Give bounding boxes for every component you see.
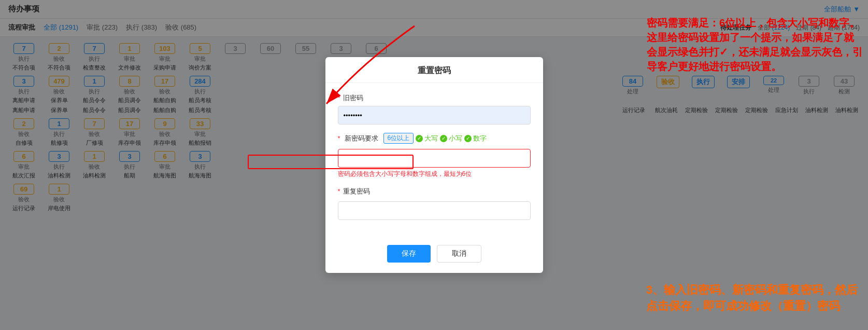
req-number: ✓ 数字 <box>464 134 487 143</box>
new-password-error: 密码必须包含大小写字母和数字组成，最短为6位 <box>338 170 531 178</box>
save-button[interactable]: 保存 <box>387 245 431 263</box>
dialog-title: 重置密码 <box>325 57 543 83</box>
old-password-label: * 旧密码 <box>338 93 531 103</box>
req-lower: ✓ 小写 <box>440 134 462 143</box>
dialog-body: * 旧密码 * 新密码要求 6位以上 <box>325 83 543 239</box>
cancel-button[interactable]: 取消 <box>437 245 481 263</box>
new-password-field: * 新密码要求 6位以上 ✓ 大写 ✓ 小写 <box>338 133 531 178</box>
old-password-field: * 旧密码 <box>338 93 531 125</box>
req-upper: ✓ 大写 <box>416 134 438 143</box>
req-length: 6位以上 <box>383 133 414 144</box>
reset-password-dialog: 重置密码 * 旧密码 * 新密码要求 <box>325 57 543 273</box>
old-password-input[interactable] <box>338 106 531 125</box>
dialog-footer: 保存 取消 <box>325 239 543 273</box>
new-password-label: * 新密码要求 6位以上 ✓ 大写 ✓ 小写 <box>338 133 531 144</box>
confirm-password-input[interactable] <box>338 201 531 220</box>
new-password-input[interactable] <box>338 149 531 168</box>
confirm-password-label: * 重复密码 <box>338 187 531 196</box>
dialog-overlay: 重置密码 * 旧密码 * 新密码要求 <box>0 0 868 330</box>
confirm-password-field: * 重复密码 <box>338 187 531 220</box>
